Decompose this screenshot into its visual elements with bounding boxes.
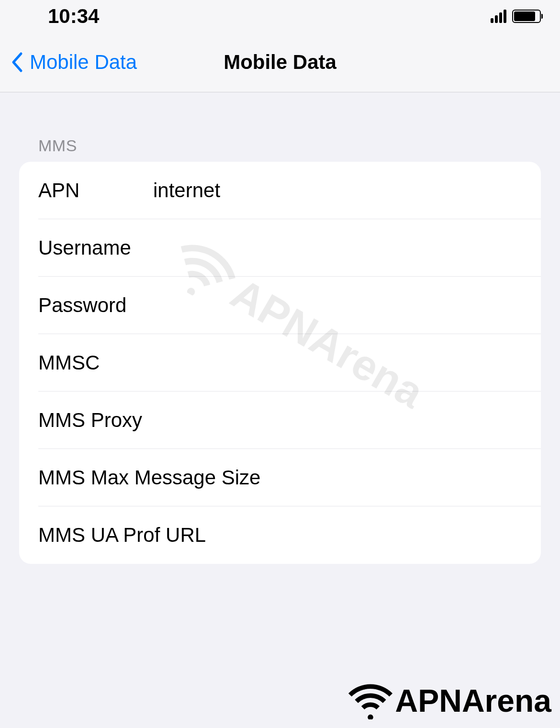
username-input[interactable] xyxy=(153,236,541,259)
watermark-bottom: APNArena xyxy=(347,682,551,719)
mms-max-size-input[interactable] xyxy=(260,466,541,489)
row-username[interactable]: Username xyxy=(19,219,541,277)
status-indicators xyxy=(491,10,541,23)
wifi-icon xyxy=(347,682,393,719)
row-label: Password xyxy=(38,294,153,317)
row-label: MMS Max Message Size xyxy=(38,466,260,489)
password-input[interactable] xyxy=(153,294,541,317)
row-label: MMS Proxy xyxy=(38,409,153,432)
row-mms-max-size[interactable]: MMS Max Message Size xyxy=(19,449,541,506)
mmsc-input[interactable] xyxy=(153,351,541,374)
row-mms-ua-prof[interactable]: MMS UA Prof URL xyxy=(19,506,541,564)
mms-ua-prof-input[interactable] xyxy=(206,524,541,547)
cellular-signal-icon xyxy=(491,10,506,23)
settings-group-mms: APN Username Password MMSC MMS Proxy MMS… xyxy=(19,162,541,564)
row-label: Username xyxy=(38,236,153,259)
battery-icon xyxy=(512,10,541,23)
navigation-bar: Mobile Data Mobile Data xyxy=(0,32,560,92)
apn-input[interactable] xyxy=(153,179,541,202)
row-label: APN xyxy=(38,179,153,202)
back-label: Mobile Data xyxy=(30,51,137,74)
status-time: 10:34 xyxy=(48,5,99,28)
row-mms-proxy[interactable]: MMS Proxy xyxy=(19,392,541,449)
page-title: Mobile Data xyxy=(224,51,336,74)
mms-proxy-input[interactable] xyxy=(153,409,541,432)
section-header-mms: MMS xyxy=(19,92,541,162)
row-label: MMSC xyxy=(38,351,153,374)
row-apn[interactable]: APN xyxy=(19,162,541,219)
chevron-left-icon xyxy=(11,52,23,73)
row-password[interactable]: Password xyxy=(19,277,541,334)
row-label: MMS UA Prof URL xyxy=(38,524,206,547)
watermark-text: APNArena xyxy=(395,683,551,719)
back-button[interactable]: Mobile Data xyxy=(0,51,137,74)
status-bar: 10:34 xyxy=(0,0,560,32)
row-mmsc[interactable]: MMSC xyxy=(19,334,541,392)
